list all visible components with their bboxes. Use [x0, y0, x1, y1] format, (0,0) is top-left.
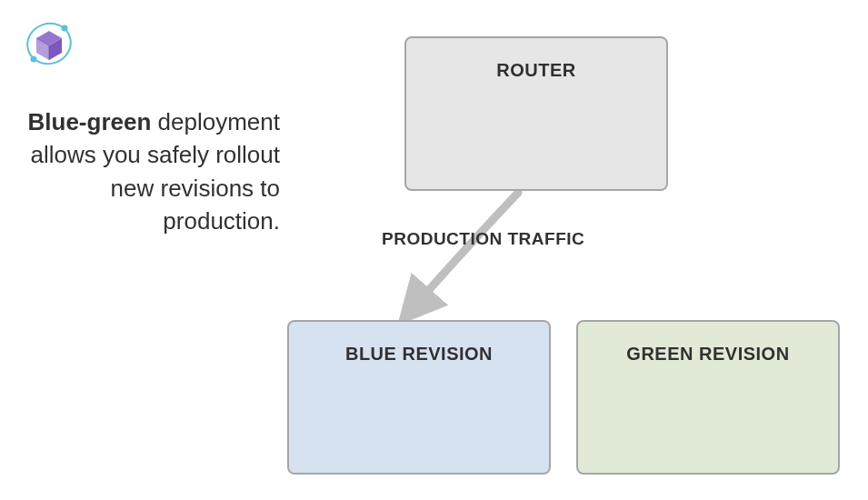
green-revision-box: GREEN REVISION — [576, 320, 840, 475]
description-bold: Blue-green — [28, 108, 152, 135]
blue-revision-box: BLUE REVISION — [287, 320, 551, 475]
svg-point-2 — [31, 56, 37, 63]
description-text: Blue-green deployment allows you safely … — [25, 105, 280, 238]
container-apps-icon — [22, 16, 76, 71]
router-box: ROUTER — [404, 36, 668, 191]
traffic-arrow — [382, 191, 545, 320]
router-label: ROUTER — [496, 60, 575, 81]
green-revision-label: GREEN REVISION — [626, 344, 789, 365]
blue-revision-label: BLUE REVISION — [345, 344, 493, 365]
svg-point-1 — [62, 25, 68, 32]
traffic-label: PRODUCTION TRAFFIC — [382, 229, 584, 249]
